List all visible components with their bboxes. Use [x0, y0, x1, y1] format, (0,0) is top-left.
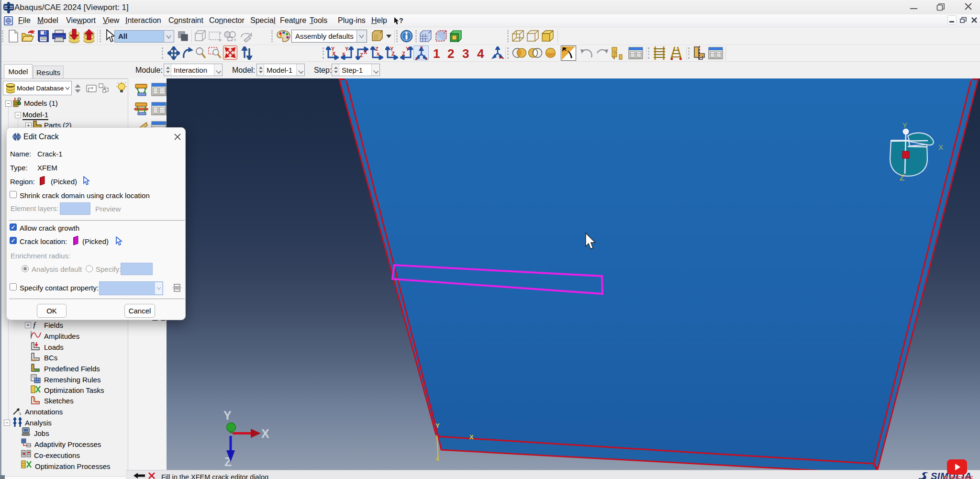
svg-text:Y: Y [345, 46, 349, 52]
svg-text:X: X [364, 49, 368, 55]
svg-text:Z: Z [360, 52, 363, 58]
svg-text:z: z [415, 56, 418, 60]
svg-text:Z: Z [402, 51, 405, 56]
svg-text:Z: Z [900, 173, 904, 182]
svg-text:x: x [377, 51, 380, 56]
svg-text:X: X [332, 51, 336, 56]
svg-text:z: z [436, 456, 439, 461]
svg-text:Z: Z [391, 51, 395, 56]
svg-text:X: X [938, 143, 943, 151]
svg-text:X: X [469, 434, 474, 441]
svg-text:X: X [261, 427, 269, 440]
svg-text:?: ? [399, 17, 403, 24]
svg-text:Y: Y [435, 422, 440, 429]
svg-text:x: x [425, 56, 427, 60]
svg-text:Y: Y [902, 121, 907, 129]
svg-text:Y: Y [420, 46, 423, 50]
svg-text:Y: Y [406, 46, 410, 52]
svg-text:Y: Y [223, 409, 232, 422]
